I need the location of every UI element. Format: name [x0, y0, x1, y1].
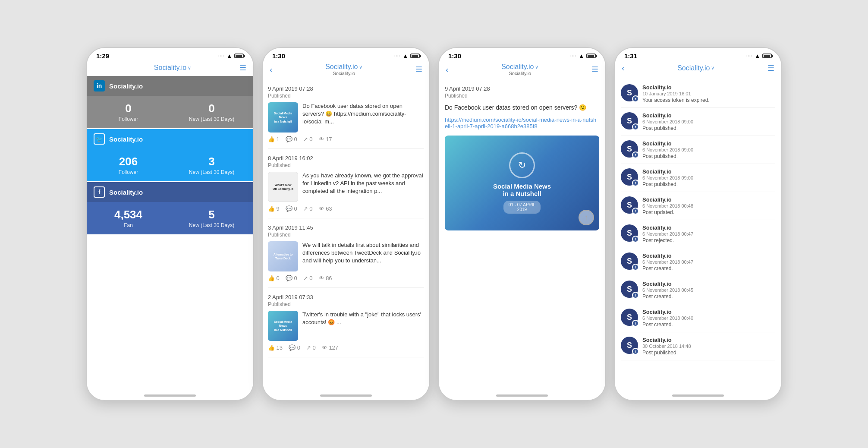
- signal-icon-3: ····: [570, 54, 576, 58]
- facebook-stat-new: 5 New (Last 30 Days): [170, 202, 253, 234]
- facebook-header: f Sociality.io: [87, 182, 253, 202]
- post-item-2[interactable]: 8 April 2019 16:02 Published What's NewO…: [268, 149, 424, 218]
- notif-date-2: 6 November 2018 09:00: [642, 119, 775, 124]
- linkedin-header: in Sociality.io: [87, 76, 253, 96]
- hamburger-icon-4[interactable]: ☰: [767, 63, 774, 73]
- post-like-3: 👍 0: [268, 275, 280, 281]
- post-date-3: 3 April 2019 11:45: [268, 224, 424, 231]
- notif-item-5[interactable]: S f Sociality.io 6 November 2018 00:48 P…: [621, 192, 775, 220]
- chevron-down-icon-3[interactable]: ∨: [535, 64, 538, 70]
- posts-list[interactable]: 9 April 2019 07:28 Published Social Medi…: [263, 79, 429, 388]
- notif-content-3: Sociality.io 6 November 2018 09:00 Post …: [642, 140, 775, 159]
- linkedin-name: Sociality.io: [109, 82, 143, 90]
- fb-badge-5: f: [632, 208, 639, 215]
- notif-msg-2: Post published.: [642, 125, 775, 131]
- twitter-stat-new: 3 New (Last 30 Days): [170, 149, 253, 181]
- notif-name-1: Sociality.io: [642, 84, 775, 91]
- post-like-4: 👍 13: [268, 344, 283, 351]
- hamburger-icon-1[interactable]: ☰: [239, 63, 246, 73]
- linkedin-stats: 0 Follower 0 New (Last 30 Days): [87, 96, 253, 128]
- post-like-1: 👍 1: [268, 136, 280, 142]
- chevron-down-icon-1[interactable]: ∨: [188, 65, 191, 71]
- notif-item-7[interactable]: S f Sociality.io 6 November 2018 00:47 P…: [621, 248, 775, 276]
- upload-button[interactable]: ↑: [579, 210, 594, 225]
- notif-date-8: 6 November 2018 00:45: [642, 287, 775, 293]
- linkedin-new-label: New (Last 30 Days): [189, 116, 234, 122]
- chevron-down-icon-4[interactable]: ∨: [711, 65, 714, 71]
- notif-item-6[interactable]: S f Sociality.io 6 November 2018 00:47 P…: [621, 220, 775, 248]
- notif-item-8[interactable]: S f Sociality.io 6 November 2018 00:45 P…: [621, 276, 775, 304]
- status-bar-4: 1:31 ···· ▲: [615, 48, 781, 61]
- status-bar-3: 1:30 ···· ▲: [439, 48, 605, 61]
- hamburger-icon-3[interactable]: ☰: [591, 65, 598, 74]
- notif-name-8: Sociality.io: [642, 281, 775, 287]
- notif-msg-5: Post updated.: [642, 209, 775, 215]
- post-detail: 9 April 2019 07:28 Published Do Facebook…: [439, 79, 605, 388]
- nav-main-title-1: Sociality.io ∨: [154, 64, 191, 72]
- fb-badge-10: f: [632, 348, 639, 355]
- detail-link[interactable]: https://medium.com/sociality-io/social-m…: [445, 117, 599, 129]
- phone2-content: 9 April 2019 07:28 Published Social Medi…: [263, 79, 429, 388]
- notif-item-10[interactable]: S f Sociality.io 30 October 2018 14:48 P…: [621, 332, 775, 360]
- fb-badge-8: f: [632, 292, 639, 299]
- nav-bar-2: ‹ Sociality.io ∨ Sociality.io ☰: [263, 61, 429, 79]
- linkedin-icon: in: [94, 80, 105, 91]
- twitter-header: 🐦 Sociality.io: [87, 129, 253, 149]
- post-item-3[interactable]: 3 April 2019 11:45 Published Alternative…: [268, 218, 424, 288]
- nav-bar-4: ‹ Sociality.io ∨ ☰: [615, 61, 781, 76]
- post-comment-4: 💬 0: [289, 344, 300, 351]
- notif-date-10: 30 October 2018 14:48: [642, 344, 775, 349]
- post-content-1: Social Media Newsin a Nutshell Do Facebo…: [268, 102, 424, 133]
- post-comment-2: 💬 0: [286, 205, 297, 212]
- post-view-1: 👁 17: [319, 136, 332, 142]
- chevron-down-icon-2[interactable]: ∨: [359, 64, 362, 70]
- fb-badge-7: f: [632, 264, 639, 271]
- status-bar-1: 1:29 ···· ▲: [87, 48, 253, 61]
- notif-msg-1: Your access token is expired.: [642, 97, 775, 103]
- post-content-4: Social Media Newsin a Nutshell Twitter's…: [268, 311, 424, 341]
- home-indicator-2: [263, 388, 429, 400]
- phone4-content: S f Sociality.io 10 January 2019 16:01 Y…: [615, 76, 781, 388]
- notif-content-8: Sociality.io 6 November 2018 00:45 Post …: [642, 281, 775, 300]
- circle-refresh-icon: ↻: [509, 152, 535, 178]
- notif-item-4[interactable]: S f Sociality.io 6 November 2018 09:00 P…: [621, 164, 775, 192]
- notif-item-2[interactable]: S f Sociality.io 6 November 2018 09:00 P…: [621, 108, 775, 136]
- nav-title-3: Sociality.io ∨ Sociality.io: [501, 63, 538, 76]
- notif-avatar-6: S f: [621, 224, 638, 242]
- back-button-2[interactable]: ‹: [270, 65, 273, 75]
- linkedin-card: in Sociality.io 0 Follower 0 New (Last 3…: [87, 76, 253, 128]
- signal-icon-4: ····: [746, 54, 752, 58]
- notif-item-9[interactable]: S f Sociality.io 6 November 2018 00:40 P…: [621, 304, 775, 332]
- twitter-stat-follower: 206 Follower: [87, 149, 170, 181]
- linkedin-new-num: 0: [208, 102, 214, 115]
- fb-badge-3: f: [632, 151, 639, 158]
- notif-item-3[interactable]: S f Sociality.io 6 November 2018 09:00 P…: [621, 136, 775, 164]
- notif-avatar-9: S f: [621, 309, 638, 326]
- time-4: 1:31: [624, 52, 637, 60]
- detail-image: ↻ Social Media Newsin a Nutshell 01 - 07…: [445, 136, 599, 230]
- thumb-label-3: Alternative toTweetDeck: [272, 251, 295, 262]
- post-actions-3: 👍 0 💬 0 ↗ 0 👁 86: [268, 275, 424, 281]
- status-icons-3: ···· ▲: [570, 53, 596, 59]
- post-item-1[interactable]: 9 April 2019 07:28 Published Social Medi…: [268, 79, 424, 149]
- notif-date-4: 6 November 2018 09:00: [642, 175, 775, 180]
- post-thumb-1: Social Media Newsin a Nutshell: [268, 102, 298, 133]
- hamburger-icon-2[interactable]: ☰: [415, 65, 422, 74]
- notif-avatar-1: S f: [621, 84, 638, 101]
- nav-main-title-4: Sociality.io ∨: [677, 64, 714, 72]
- battery-icon-1: [234, 54, 244, 58]
- post-text-4: Twitter's in trouble with a "joke" that …: [302, 311, 424, 341]
- battery-icon-3: [586, 54, 596, 58]
- notif-content-5: Sociality.io 6 November 2018 00:48 Post …: [642, 196, 775, 215]
- nav-title-1: Sociality.io ∨: [154, 64, 191, 72]
- linkedin-stat-new: 0 New (Last 30 Days): [170, 96, 253, 128]
- fb-badge-2: f: [632, 123, 639, 130]
- notif-avatar-5: S f: [621, 196, 638, 214]
- notif-item-1[interactable]: S f Sociality.io 10 January 2019 16:01 Y…: [621, 80, 775, 108]
- back-button-4[interactable]: ‹: [622, 63, 625, 73]
- post-item-4[interactable]: 2 April 2019 07:33 Published Social Medi…: [268, 288, 424, 357]
- home-indicator-1: [87, 388, 253, 400]
- notif-date-9: 6 November 2018 00:40: [642, 315, 775, 321]
- signal-icon-2: ····: [394, 54, 400, 58]
- back-button-3[interactable]: ‹: [446, 65, 449, 75]
